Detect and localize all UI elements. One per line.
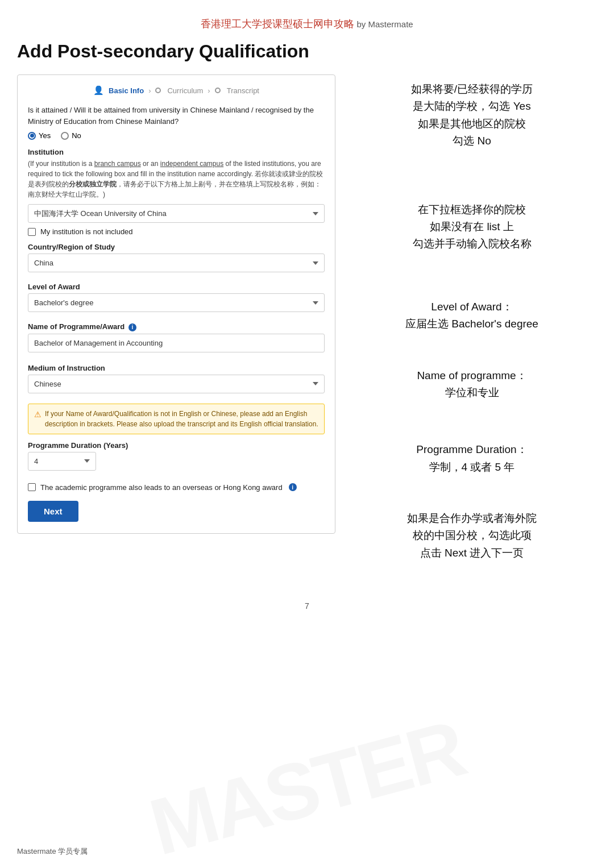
level-select[interactable]: Bachelor's degree xyxy=(28,293,325,312)
duration-section: Programme Duration (Years) 4 xyxy=(28,441,325,477)
page-header: 香港理工大学授课型硕士网申攻略 by Mastermate xyxy=(0,17,614,31)
breadcrumb: 👤 Basic Info › Curriculum › Transcript xyxy=(28,85,325,95)
mainland-radio-group: Yes No xyxy=(28,131,325,140)
level-label: Level of Award xyxy=(28,283,325,291)
header-by: by Mastermate xyxy=(354,19,413,29)
radio-yes-dot[interactable] xyxy=(28,132,36,140)
breadcrumb-radio-curriculum xyxy=(155,88,161,93)
annotation-4-text: Name of programme： 学位和专业 xyxy=(347,367,597,402)
country-label: Country/Region of Study xyxy=(28,243,325,251)
overseas-checkbox[interactable]: The academic programme also leads to an … xyxy=(28,483,325,492)
annotation-3: Level of Award： 应届生选 Bachelor's degree xyxy=(347,298,597,333)
institution-not-included-box[interactable] xyxy=(28,228,36,236)
mainland-question-block: Is it attained / Will it be attained fro… xyxy=(28,105,325,140)
country-select[interactable]: China xyxy=(28,254,325,272)
annotation-3-text: Level of Award： 应届生选 Bachelor's degree xyxy=(347,298,597,333)
annotation-6-text: 如果是合作办学或者海外院 校的中国分校，勾选此项 点击 Next 进入下一页 xyxy=(347,510,597,562)
warning-box: ⚠ If your Name of Award/Qualification is… xyxy=(28,404,325,434)
programme-name-label: Name of Programme/Award i xyxy=(28,322,325,331)
warning-icon: ⚠ xyxy=(34,409,42,421)
medium-label: Medium of Instruction xyxy=(28,364,325,372)
overseas-checkbox-box[interactable] xyxy=(28,483,36,491)
next-button[interactable]: Next xyxy=(28,501,78,522)
annotations-column: 如果将要/已经获得的学历 是大陆的学校，勾选 Yes 如果是其他地区的院校 勾选… xyxy=(347,41,597,579)
page-title: Add Post-secondary Qualification xyxy=(17,41,335,62)
watermark-overlay: MASTER xyxy=(28,742,586,834)
page-number: 7 xyxy=(0,601,614,610)
institution-section: Institution (If your institution is a br… xyxy=(28,148,325,236)
bc-icon-person: 👤 xyxy=(93,85,104,95)
annotation-5: Programme Duration： 学制，4 或者 5 年 xyxy=(347,441,597,476)
programme-name-info-icon[interactable]: i xyxy=(128,323,136,331)
breadcrumb-sep2: › xyxy=(208,86,210,95)
breadcrumb-radio-transcript xyxy=(215,88,221,93)
radio-yes[interactable]: Yes xyxy=(28,131,51,140)
country-section: Country/Region of Study China xyxy=(28,243,325,277)
duration-select[interactable]: 4 xyxy=(28,452,96,471)
annotation-1: 如果将要/已经获得的学历 是大陆的学校，勾选 Yes 如果是其他地区的院校 勾选… xyxy=(347,81,597,150)
institution-not-included-label: My institution is not included xyxy=(40,227,133,236)
annotation-2-text: 在下拉框选择你的院校 如果没有在 list 上 勾选并手动输入院校名称 xyxy=(347,201,597,253)
radio-no-dot[interactable] xyxy=(61,132,69,140)
annotation-6: 如果是合作办学或者海外院 校的中国分校，勾选此项 点击 Next 进入下一页 xyxy=(347,510,597,562)
institution-not-included-checkbox[interactable]: My institution is not included xyxy=(28,227,325,236)
annotation-4: Name of programme： 学位和专业 xyxy=(347,367,597,402)
mainland-question-text: Is it attained / Will it be attained fro… xyxy=(28,105,325,127)
page-footer: Mastermate 学员专属 xyxy=(17,846,88,857)
level-section: Level of Award Bachelor's degree xyxy=(28,283,325,317)
radio-yes-label: Yes xyxy=(39,131,51,140)
institution-note: (If your institution is a branch campus … xyxy=(28,159,325,200)
breadcrumb-transcript[interactable]: Transcript xyxy=(227,86,259,95)
overseas-info-icon[interactable]: i xyxy=(289,483,297,491)
radio-no[interactable]: No xyxy=(61,131,81,140)
annotation-1-text: 如果将要/已经获得的学历 是大陆的学校，勾选 Yes 如果是其他地区的院校 勾选… xyxy=(347,81,597,150)
programme-name-input[interactable] xyxy=(28,334,325,352)
breadcrumb-basicinfo[interactable]: Basic Info xyxy=(109,86,144,95)
overseas-checkbox-label: The academic programme also leads to an … xyxy=(40,483,283,492)
institution-select[interactable]: 中国海洋大学 Ocean University of China xyxy=(28,204,325,223)
header-title-cn: 香港理工大学授课型硕士网申攻略 xyxy=(201,18,354,30)
medium-select[interactable]: Chinese xyxy=(28,375,325,393)
annotation-2: 在下拉框选择你的院校 如果没有在 list 上 勾选并手动输入院校名称 xyxy=(347,201,597,253)
institution-label: Institution xyxy=(28,148,325,156)
form-card: 👤 Basic Info › Curriculum › Transcript I… xyxy=(17,74,335,534)
radio-no-label: No xyxy=(72,131,81,140)
duration-label: Programme Duration (Years) xyxy=(28,441,325,450)
breadcrumb-curriculum[interactable]: Curriculum xyxy=(167,86,203,95)
programme-name-section: Name of Programme/Award i xyxy=(28,322,325,358)
breadcrumb-sep1: › xyxy=(148,86,151,95)
warning-text: If your Name of Award/Qualification is n… xyxy=(45,409,318,429)
watermark-text: MASTER xyxy=(141,702,473,868)
form-column: Add Post-secondary Qualification 👤 Basic… xyxy=(17,41,335,579)
annotation-5-text: Programme Duration： 学制，4 或者 5 年 xyxy=(347,441,597,476)
medium-section: Medium of Instruction Chinese xyxy=(28,364,325,398)
